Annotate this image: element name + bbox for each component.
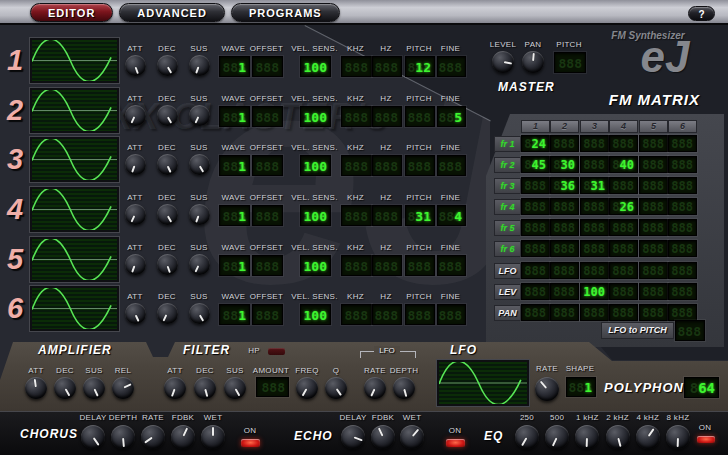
lfo-rate-knob[interactable] bbox=[535, 377, 559, 401]
tab-programs[interactable]: PROGRAMS bbox=[231, 3, 340, 22]
op5-dec-knob[interactable] bbox=[157, 254, 178, 275]
chorus-wet-knob[interactable] bbox=[201, 425, 225, 449]
matrix-fr-6-col-3-display[interactable]: 888 bbox=[580, 240, 609, 257]
matrix-fr-4-col-2-display[interactable]: 888 bbox=[550, 198, 579, 215]
filter-lfo-depth-knob[interactable] bbox=[393, 377, 415, 399]
filter-freq-knob[interactable] bbox=[296, 377, 318, 399]
op4-offset-display[interactable]: 888 bbox=[252, 205, 283, 226]
eq-4-khz-knob[interactable] bbox=[636, 425, 660, 449]
op2-pitch-display[interactable]: 888 bbox=[405, 106, 435, 127]
op4-khz-display[interactable]: 888 bbox=[341, 205, 372, 226]
chorus-delay-knob[interactable] bbox=[81, 425, 105, 449]
matrix-fr-1-col-3-display[interactable]: 888 bbox=[580, 135, 609, 152]
op5-vel-sens-display[interactable]: 888100 bbox=[300, 255, 331, 276]
mod-pan-col-3-display[interactable]: 888 bbox=[580, 304, 609, 321]
eq-on-led[interactable] bbox=[697, 436, 715, 443]
op5-pitch-display[interactable]: 888 bbox=[405, 255, 435, 276]
matrix-fr-4-col-6-display[interactable]: 888 bbox=[668, 198, 697, 215]
matrix-fr-1-col-4-display[interactable]: 888 bbox=[609, 135, 638, 152]
op5-fine-display[interactable]: 888 bbox=[437, 255, 466, 276]
op1-offset-display[interactable]: 888 bbox=[252, 56, 283, 77]
op6-att-knob[interactable] bbox=[125, 303, 146, 324]
tab-advanced[interactable]: ADVANCED bbox=[119, 3, 225, 22]
mod-lev-col-1-display[interactable]: 888 bbox=[521, 283, 550, 300]
op6-vel-sens-display[interactable]: 888100 bbox=[300, 304, 331, 325]
op4-vel-sens-display[interactable]: 888100 bbox=[300, 205, 331, 226]
op2-fine-display[interactable]: 8885 bbox=[437, 106, 466, 127]
matrix-fr-5-col-6-display[interactable]: 888 bbox=[668, 219, 697, 236]
eq-250-knob[interactable] bbox=[515, 425, 539, 449]
filter-lfo-rate-knob[interactable] bbox=[364, 377, 386, 399]
master-pan-knob[interactable] bbox=[522, 51, 544, 73]
matrix-fr-1-col-6-display[interactable]: 888 bbox=[668, 135, 697, 152]
filter-q-knob[interactable] bbox=[325, 377, 347, 399]
op3-pitch-display[interactable]: 888 bbox=[405, 155, 435, 176]
op3-dec-knob[interactable] bbox=[157, 154, 178, 175]
filter-sus-knob[interactable] bbox=[224, 377, 246, 399]
amp-rel-knob[interactable] bbox=[112, 377, 134, 399]
polyphony-display[interactable]: 88864 bbox=[684, 377, 719, 398]
mod-pan-col-1-display[interactable]: 888 bbox=[521, 304, 550, 321]
matrix-fr-2-col-2-display[interactable]: 88830 bbox=[550, 156, 579, 173]
echo-wet-knob[interactable] bbox=[400, 425, 424, 449]
matrix-fr-3-col-4-display[interactable]: 888 bbox=[609, 177, 638, 194]
matrix-fr-6-col-6-display[interactable]: 888 bbox=[668, 240, 697, 257]
mod-lfo-col-1-display[interactable]: 888 bbox=[521, 262, 550, 279]
amp-att-knob[interactable] bbox=[25, 377, 47, 399]
matrix-fr-5-col-3-display[interactable]: 888 bbox=[580, 219, 609, 236]
matrix-fr-6-col-1-display[interactable]: 888 bbox=[521, 240, 550, 257]
matrix-fr-3-col-5-display[interactable]: 888 bbox=[639, 177, 668, 194]
matrix-fr-3-col-6-display[interactable]: 888 bbox=[668, 177, 697, 194]
op1-hz-display[interactable]: 888 bbox=[372, 56, 402, 77]
matrix-fr-5-col-1-display[interactable]: 888 bbox=[521, 219, 550, 236]
op2-hz-display[interactable]: 888 bbox=[372, 106, 402, 127]
lfo-shape-display[interactable]: 8881 bbox=[566, 377, 596, 397]
mod-pan-col-4-display[interactable]: 888 bbox=[609, 304, 638, 321]
matrix-fr-3-col-3-display[interactable]: 88831 bbox=[580, 177, 609, 194]
op2-vel-sens-display[interactable]: 888100 bbox=[300, 106, 331, 127]
op3-sus-knob[interactable] bbox=[189, 154, 210, 175]
matrix-fr-4-col-4-display[interactable]: 88826 bbox=[609, 198, 638, 215]
op1-vel-sens-display[interactable]: 888100 bbox=[300, 56, 331, 77]
op4-fine-display[interactable]: 8884 bbox=[437, 205, 466, 226]
op3-offset-display[interactable]: 888 bbox=[252, 155, 283, 176]
mod-lfo-col-5-display[interactable]: 888 bbox=[639, 262, 668, 279]
op3-wave-display[interactable]: 8881 bbox=[219, 155, 250, 176]
matrix-fr-2-col-6-display[interactable]: 888 bbox=[668, 156, 697, 173]
echo-on-led[interactable] bbox=[446, 439, 465, 447]
amp-sus-knob[interactable] bbox=[83, 377, 105, 399]
op1-khz-display[interactable]: 888 bbox=[341, 56, 372, 77]
op5-offset-display[interactable]: 888 bbox=[252, 255, 283, 276]
matrix-fr-6-col-4-display[interactable]: 888 bbox=[609, 240, 638, 257]
tab-editor[interactable]: EDITOR bbox=[30, 3, 113, 22]
echo-delay-knob[interactable] bbox=[341, 425, 365, 449]
matrix-fr-1-col-2-display[interactable]: 888 bbox=[550, 135, 579, 152]
op3-att-knob[interactable] bbox=[125, 154, 146, 175]
filter-dec-knob[interactable] bbox=[194, 377, 216, 399]
op1-wave-display[interactable]: 8881 bbox=[219, 56, 250, 77]
op4-hz-display[interactable]: 888 bbox=[372, 205, 402, 226]
matrix-fr-4-col-1-display[interactable]: 888 bbox=[521, 198, 550, 215]
matrix-fr-1-col-5-display[interactable]: 888 bbox=[639, 135, 668, 152]
matrix-fr-3-col-2-display[interactable]: 88836 bbox=[550, 177, 579, 194]
op5-wave-display[interactable]: 8881 bbox=[219, 255, 250, 276]
op3-fine-display[interactable]: 888 bbox=[437, 155, 466, 176]
op6-sus-knob[interactable] bbox=[189, 303, 210, 324]
eq-500-knob[interactable] bbox=[545, 425, 569, 449]
matrix-fr-4-col-5-display[interactable]: 888 bbox=[639, 198, 668, 215]
matrix-fr-5-col-4-display[interactable]: 888 bbox=[609, 219, 638, 236]
op3-hz-display[interactable]: 888 bbox=[372, 155, 402, 176]
op2-wave-display[interactable]: 8881 bbox=[219, 106, 250, 127]
eq-2-khz-knob[interactable] bbox=[606, 425, 630, 449]
op6-offset-display[interactable]: 888 bbox=[252, 304, 283, 325]
chorus-rate-knob[interactable] bbox=[141, 425, 165, 449]
op2-sus-knob[interactable] bbox=[189, 105, 210, 126]
op5-hz-display[interactable]: 888 bbox=[372, 255, 402, 276]
matrix-fr-6-col-5-display[interactable]: 888 bbox=[639, 240, 668, 257]
mod-pan-col-5-display[interactable]: 888 bbox=[639, 304, 668, 321]
op1-dec-knob[interactable] bbox=[157, 55, 178, 76]
mod-lev-col-5-display[interactable]: 888 bbox=[639, 283, 668, 300]
op2-offset-display[interactable]: 888 bbox=[252, 106, 283, 127]
op1-pitch-display[interactable]: 88812 bbox=[405, 56, 435, 77]
matrix-fr-3-col-1-display[interactable]: 888 bbox=[521, 177, 550, 194]
